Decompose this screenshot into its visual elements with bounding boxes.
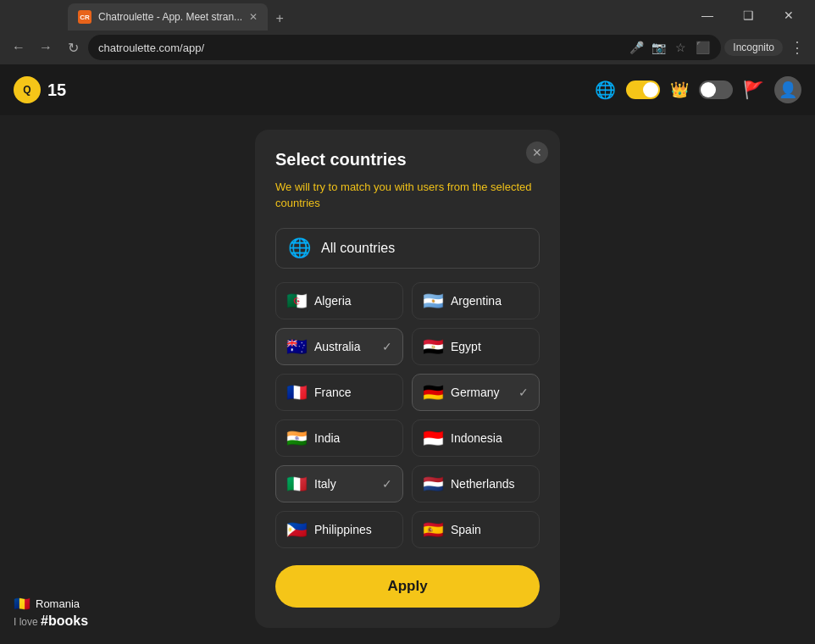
new-tab-button[interactable]: + bbox=[268, 7, 291, 31]
toggle-knob bbox=[643, 82, 658, 97]
user-flag: 🇷🇴 bbox=[14, 596, 30, 612]
country-check-australia: ✓ bbox=[382, 340, 392, 353]
secondary-toggle[interactable] bbox=[699, 80, 733, 99]
main-toggle[interactable] bbox=[626, 80, 660, 99]
incognito-label: Incognito bbox=[724, 39, 783, 56]
active-tab[interactable]: CR Chatroulette - App. Meet stran... ✕ bbox=[68, 3, 268, 31]
window-controls: — ❑ ✕ bbox=[688, 2, 815, 29]
country-item-indonesia[interactable]: 🇮🇩Indonesia bbox=[412, 419, 540, 457]
country-name-algeria: Algeria bbox=[314, 294, 352, 308]
tab-close-button[interactable]: ✕ bbox=[249, 11, 258, 23]
app-header: Q 15 🌐 👑 🚩 👤 bbox=[0, 64, 815, 115]
forward-button[interactable]: → bbox=[34, 36, 58, 59]
country-item-philippines[interactable]: 🇵🇭Philippines bbox=[275, 511, 403, 548]
country-name-india: India bbox=[314, 431, 340, 445]
country-item-algeria[interactable]: 🇩🇿Algeria bbox=[275, 282, 403, 319]
tab-area: CR Chatroulette - App. Meet stran... ✕ + bbox=[0, 0, 688, 31]
country-flag-australia: 🇦🇺 bbox=[286, 336, 308, 357]
apply-button[interactable]: Apply bbox=[275, 565, 540, 608]
country-name-indonesia: Indonesia bbox=[451, 431, 502, 445]
country-name-spain: Spain bbox=[451, 523, 481, 536]
address-icons: 🎤 📷 ☆ ⬛ bbox=[628, 39, 711, 56]
mic-icon[interactable]: 🎤 bbox=[628, 39, 645, 56]
user-flag-name: 🇷🇴 Romania bbox=[14, 596, 80, 612]
flag-button[interactable]: 🚩 bbox=[743, 80, 764, 100]
camera-off-icon[interactable]: 📷 bbox=[650, 39, 667, 56]
country-flag-argentina: 🇦🇷 bbox=[423, 291, 444, 311]
country-flag-italy: 🇮🇹 bbox=[286, 474, 308, 494]
toggle2-wrap bbox=[699, 80, 733, 99]
country-name-germany: Germany bbox=[451, 386, 500, 399]
reload-button[interactable]: ↻ bbox=[61, 36, 85, 59]
logo-icon: Q bbox=[14, 76, 41, 103]
user-books-line: I love #books bbox=[14, 613, 88, 629]
country-item-australia[interactable]: 🇦🇺Australia✓ bbox=[275, 328, 403, 365]
address-text: chatroulette.com/app/ bbox=[98, 42, 204, 54]
close-button[interactable]: ✕ bbox=[769, 2, 808, 29]
all-countries-option[interactable]: 🌐 All countries bbox=[275, 228, 540, 269]
country-check-germany: ✓ bbox=[518, 386, 529, 399]
toggle1-wrap bbox=[626, 80, 660, 99]
country-item-spain[interactable]: 🇪🇸Spain bbox=[412, 511, 540, 548]
country-name-argentina: Argentina bbox=[451, 294, 502, 308]
country-flag-philippines: 🇵🇭 bbox=[286, 519, 308, 540]
country-grid: 🇩🇿Algeria🇦🇷Argentina🇦🇺Australia✓🇪🇬Egypt🇫… bbox=[275, 282, 540, 548]
all-countries-globe-icon: 🌐 bbox=[288, 237, 311, 259]
country-flag-france: 🇫🇷 bbox=[286, 382, 308, 402]
country-check-italy: ✓ bbox=[382, 477, 392, 491]
modal-description: We will try to match you with users from… bbox=[275, 180, 540, 210]
tab-favicon: CR bbox=[78, 10, 91, 24]
sidebar-icon[interactable]: ⬛ bbox=[694, 39, 711, 56]
select-countries-modal: ✕ Select countries We will try to match … bbox=[255, 130, 560, 627]
country-item-italy[interactable]: 🇮🇹Italy✓ bbox=[275, 465, 403, 502]
all-countries-label: All countries bbox=[321, 241, 395, 256]
country-flag-netherlands: 🇳🇱 bbox=[423, 474, 444, 494]
country-name-egypt: Egypt bbox=[451, 340, 481, 353]
country-name-france: France bbox=[314, 386, 352, 399]
header-right: 🌐 👑 🚩 👤 bbox=[595, 76, 801, 103]
country-item-germany[interactable]: 🇩🇪Germany✓ bbox=[412, 374, 540, 411]
country-flag-indonesia: 🇮🇩 bbox=[423, 428, 444, 448]
address-bar-row: ← → ↻ chatroulette.com/app/ 🎤 📷 ☆ ⬛ Inco… bbox=[0, 31, 815, 64]
country-name-australia: Australia bbox=[314, 340, 360, 353]
country-item-egypt[interactable]: 🇪🇬Egypt bbox=[412, 328, 540, 365]
title-bar: CR Chatroulette - App. Meet stran... ✕ +… bbox=[0, 0, 815, 31]
country-flag-algeria: 🇩🇿 bbox=[286, 291, 308, 311]
country-item-india[interactable]: 🇮🇳India bbox=[275, 419, 403, 457]
modal-close-button[interactable]: ✕ bbox=[526, 142, 548, 164]
country-item-france[interactable]: 🇫🇷France bbox=[275, 374, 403, 411]
user-name: Romania bbox=[36, 597, 80, 610]
page-background: 🇷🇴 Romania I love #books ✕ Select countr… bbox=[0, 115, 815, 642]
toggle2-knob bbox=[701, 82, 716, 97]
back-button[interactable]: ← bbox=[7, 36, 30, 59]
star-icon[interactable]: ☆ bbox=[672, 39, 689, 56]
minimize-button[interactable]: — bbox=[688, 2, 727, 29]
country-flag-germany: 🇩🇪 bbox=[423, 382, 444, 402]
modal-title: Select countries bbox=[275, 150, 540, 169]
country-flag-egypt: 🇪🇬 bbox=[423, 336, 444, 357]
coins-count: 15 bbox=[47, 80, 66, 100]
menu-button[interactable]: ⋮ bbox=[786, 38, 808, 57]
user-avatar[interactable]: 👤 bbox=[774, 76, 801, 103]
country-name-italy: Italy bbox=[314, 477, 336, 491]
user-books-text: I love bbox=[14, 616, 41, 628]
tab-title: Chatroulette - App. Meet stran... bbox=[98, 11, 242, 23]
country-name-philippines: Philippines bbox=[314, 523, 372, 536]
maximize-button[interactable]: ❑ bbox=[729, 2, 768, 29]
user-info: 🇷🇴 Romania I love #books bbox=[14, 596, 88, 629]
user-books-tag: #books bbox=[41, 613, 88, 628]
country-flag-india: 🇮🇳 bbox=[286, 428, 308, 448]
crown-icon: 👑 bbox=[670, 80, 689, 99]
country-name-netherlands: Netherlands bbox=[451, 477, 515, 491]
language-globe-icon[interactable]: 🌐 bbox=[595, 80, 616, 100]
country-item-argentina[interactable]: 🇦🇷Argentina bbox=[412, 282, 540, 319]
country-item-netherlands[interactable]: 🇳🇱Netherlands bbox=[412, 465, 540, 502]
address-bar[interactable]: chatroulette.com/app/ 🎤 📷 ☆ ⬛ bbox=[88, 35, 721, 60]
country-flag-spain: 🇪🇸 bbox=[423, 519, 444, 540]
